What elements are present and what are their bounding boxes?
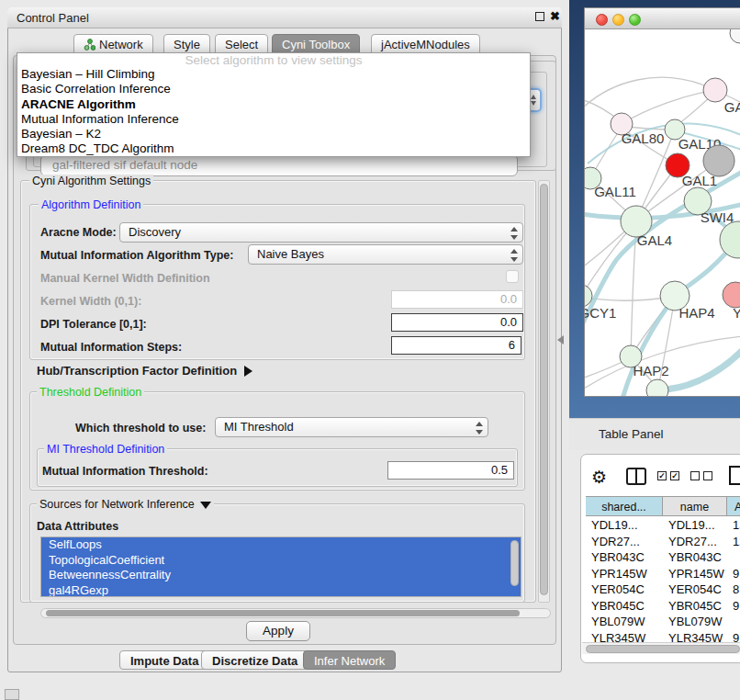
tab-network-label: Network — [99, 38, 143, 51]
panel-divider-collapse-icon[interactable] — [557, 335, 564, 344]
node-label: GAL80 — [622, 130, 665, 146]
table-cell[interactable]: YDR27... — [586, 534, 663, 550]
algorithm-option[interactable]: Mutual Information Inference — [17, 112, 530, 127]
settings-vertical-scrollbar[interactable] — [538, 180, 550, 603]
control-panel-titlebar[interactable] — [7, 7, 562, 28]
mi-threshold-input[interactable]: 0.5 — [387, 461, 514, 480]
tab-jactivemnodules[interactable]: jActiveMNodules — [371, 34, 480, 53]
data-attributes-list: SelfLoops TopologicalCoefficient Between… — [40, 536, 521, 597]
checked-box-icon[interactable]: ✓ — [657, 471, 667, 480]
table-cell[interactable] — [727, 549, 740, 566]
sources-legend[interactable]: Sources for Network Inference — [37, 498, 214, 511]
attribute-item[interactable]: BetweennessCentrality — [41, 568, 521, 583]
node-label: GAL4 — [637, 232, 672, 248]
algorithm-option-selected[interactable]: ARACNE Algorithm — [17, 97, 530, 112]
cyni-algorithm-settings-legend: Cyni Algorithm Settings — [29, 175, 153, 187]
attribute-item[interactable]: TopologicalCoefficient — [41, 553, 521, 569]
table-cell[interactable]: YDL19... — [663, 517, 727, 534]
node-label: GAL7 — [724, 99, 740, 115]
network-node[interactable] — [646, 379, 668, 396]
tab-style[interactable]: Style — [163, 34, 210, 53]
table-horizontal-scrollbar[interactable] — [582, 642, 740, 654]
table-cell[interactable]: 9. — [727, 598, 740, 615]
mi-steps-input[interactable]: 6 — [391, 336, 521, 355]
tab-impute-data[interactable]: Impute Data — [119, 650, 209, 670]
gear-icon[interactable]: ⚙ — [591, 467, 607, 488]
table-cell[interactable]: YBL079W — [663, 614, 727, 630]
column-header-third[interactable]: A — [727, 496, 740, 516]
table-cell[interactable]: 13 — [727, 517, 740, 534]
float-window-icon[interactable] — [535, 12, 544, 21]
minimize-traffic-light-icon[interactable] — [612, 14, 624, 26]
node-label: GAL11 — [594, 184, 636, 199]
tab-cyni-toolbox-label: Cyni Toolbox — [282, 38, 350, 51]
checked-box-icon[interactable]: ✓ — [670, 471, 679, 480]
bottom-corner-button[interactable] — [5, 689, 19, 700]
algorithm-option[interactable]: Bayesian – Hill Climbing — [17, 67, 530, 82]
tab-network[interactable]: Network — [73, 34, 153, 53]
close-traffic-light-icon[interactable] — [596, 14, 608, 26]
table-cell[interactable]: 9. — [727, 566, 740, 582]
hub-definition-label: Hub/Transcription Factor Definition — [37, 364, 237, 378]
node-label: SWI4 — [701, 209, 734, 225]
attribute-list-scrollbar[interactable] — [510, 540, 519, 586]
attribute-item[interactable]: gal4RGexp — [41, 583, 521, 598]
unchecked-box-icon[interactable] — [690, 471, 700, 480]
unchecked-box-icon[interactable] — [703, 471, 712, 480]
combo-spinner-icon — [509, 248, 518, 263]
table-cell[interactable]: YBL079W — [586, 614, 663, 630]
column-header-shared[interactable]: shared... — [586, 496, 663, 516]
table-cell[interactable]: YBR045C — [663, 598, 727, 615]
network-combo[interactable]: gal-filtered sif default node — [40, 154, 518, 176]
algorithm-option[interactable]: Dream8 DC_TDC Algorithm — [17, 141, 530, 156]
attribute-item[interactable]: SelfLoops — [41, 537, 521, 553]
table-cell[interactable]: YBR043C — [663, 549, 727, 566]
collapse-down-icon — [200, 502, 211, 509]
table-cell[interactable]: YER054C — [586, 581, 663, 598]
kernel-width-input[interactable]: 0.0 — [391, 290, 523, 309]
column-pane-icon[interactable] — [626, 468, 646, 485]
network-canvas[interactable]: GAL7GAL80GAL10GAL1GAL11SWI4GAL4GCY1HAP4Y… — [585, 29, 740, 396]
tab-infer-network[interactable]: Infer Network — [303, 650, 396, 670]
scrollbar-thumb[interactable] — [540, 184, 548, 595]
settings-horizontal-scrollbar[interactable] — [40, 608, 551, 618]
table-cell[interactable]: YDL19... — [586, 517, 663, 534]
hub-definition-toggle[interactable]: Hub/Transcription Factor Definition — [37, 364, 252, 378]
aracne-mode-combo[interactable]: Discovery — [119, 222, 523, 243]
network-node[interactable] — [720, 221, 740, 258]
table-cell[interactable]: YBR043C — [586, 549, 663, 566]
tab-cyni-toolbox[interactable]: Cyni Toolbox — [272, 34, 360, 53]
table-cell[interactable]: YPR145W — [586, 566, 663, 582]
table-cell[interactable]: 12 — [727, 534, 740, 550]
mi-type-combo[interactable]: Naive Bayes — [248, 244, 523, 265]
node-label: Y — [733, 305, 740, 321]
column-header-name[interactable]: name — [663, 496, 727, 516]
network-combo-value: gal-filtered sif default node — [52, 158, 197, 172]
manual-kernel-checkbox[interactable] — [506, 270, 519, 283]
control-panel-title: Control Panel — [17, 11, 89, 25]
pane-divider — [635, 469, 637, 483]
tab-select[interactable]: Select — [215, 34, 268, 53]
algorithm-option[interactable]: Bayesian – K2 — [17, 127, 530, 141]
table-cell[interactable] — [727, 614, 740, 630]
algorithm-option[interactable]: Basic Correlation Inference — [17, 82, 530, 96]
scrollbar-thumb[interactable] — [586, 645, 740, 653]
network-node[interactable] — [723, 282, 740, 308]
table-cell[interactable]: YDR27... — [663, 534, 727, 550]
table-cell[interactable]: YBR045C — [586, 598, 663, 615]
table-cell[interactable]: YER054C — [663, 581, 727, 598]
mi-threshold-definition-legend: MI Threshold Definition — [44, 443, 167, 456]
network-node[interactable] — [730, 29, 740, 43]
tab-discretize-data[interactable]: Discretize Data — [201, 650, 308, 670]
which-threshold-combo[interactable]: MI Threshold — [215, 417, 488, 437]
dpi-tolerance-input[interactable]: 0.0 — [391, 313, 523, 332]
network-node[interactable] — [703, 145, 734, 176]
apply-button[interactable]: Apply — [246, 621, 310, 641]
tab-jactivemnodules-label: jActiveMNodules — [381, 38, 470, 51]
table-cell[interactable]: YPR145W — [663, 566, 727, 582]
close-icon[interactable]: ✖ — [550, 9, 560, 23]
page-icon[interactable] — [729, 466, 740, 485]
zoom-traffic-light-icon[interactable] — [629, 14, 641, 26]
table-cell[interactable]: 8. — [727, 581, 740, 598]
scrollbar-thumb[interactable] — [46, 610, 520, 616]
